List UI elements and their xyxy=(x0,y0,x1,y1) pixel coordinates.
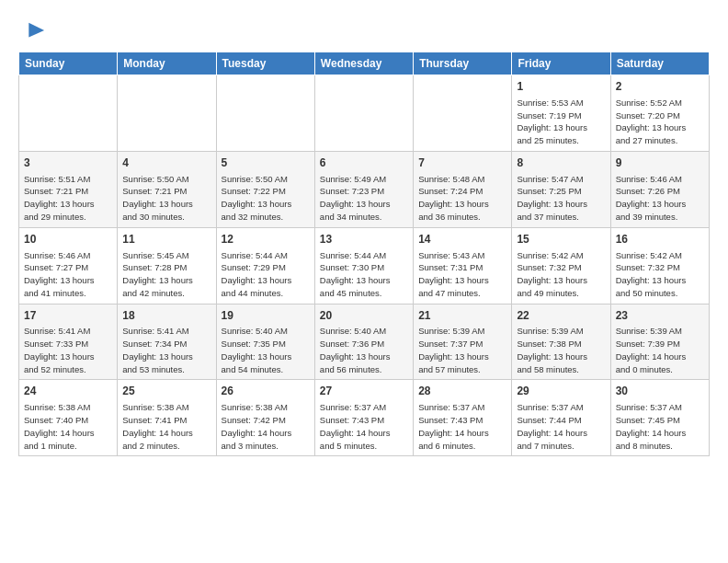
calendar-day-cell: 27Sunrise: 5:37 AM Sunset: 7:43 PM Dayli… xyxy=(314,380,413,456)
calendar-day-cell: 10Sunrise: 5:46 AM Sunset: 7:27 PM Dayli… xyxy=(19,227,118,304)
day-info: Sunrise: 5:37 AM Sunset: 7:43 PM Dayligh… xyxy=(418,401,506,452)
calendar-day-cell: 1Sunrise: 5:53 AM Sunset: 7:19 PM Daylig… xyxy=(512,75,610,152)
day-of-week-header: Thursday xyxy=(414,52,512,75)
calendar-day-cell: 4Sunrise: 5:50 AM Sunset: 7:21 PM Daylig… xyxy=(118,151,216,227)
day-number: 19 xyxy=(222,308,310,324)
day-number: 7 xyxy=(418,155,506,171)
calendar-day-cell: 6Sunrise: 5:49 AM Sunset: 7:23 PM Daylig… xyxy=(314,151,413,227)
day-number: 29 xyxy=(517,384,605,399)
calendar-day-cell: 23Sunrise: 5:39 AM Sunset: 7:39 PM Dayli… xyxy=(610,304,709,380)
calendar-day-cell: 8Sunrise: 5:47 AM Sunset: 7:25 PM Daylig… xyxy=(512,151,610,227)
calendar-day-cell xyxy=(414,75,512,152)
day-number: 30 xyxy=(616,384,704,399)
day-info: Sunrise: 5:44 AM Sunset: 7:30 PM Dayligh… xyxy=(320,249,408,300)
calendar-day-cell: 25Sunrise: 5:38 AM Sunset: 7:41 PM Dayli… xyxy=(118,380,216,456)
day-info: Sunrise: 5:44 AM Sunset: 7:29 PM Dayligh… xyxy=(222,249,310,300)
page-header xyxy=(18,15,710,44)
day-info: Sunrise: 5:40 AM Sunset: 7:36 PM Dayligh… xyxy=(320,325,408,375)
day-info: Sunrise: 5:38 AM Sunset: 7:41 PM Dayligh… xyxy=(122,401,210,452)
day-number: 2 xyxy=(616,79,704,95)
calendar-day-cell: 3Sunrise: 5:51 AM Sunset: 7:21 PM Daylig… xyxy=(19,151,118,227)
day-of-week-header: Wednesday xyxy=(314,52,413,75)
day-info: Sunrise: 5:52 AM Sunset: 7:20 PM Dayligh… xyxy=(616,97,704,147)
day-number: 10 xyxy=(24,232,112,247)
day-info: Sunrise: 5:46 AM Sunset: 7:27 PM Dayligh… xyxy=(24,249,112,300)
day-number: 23 xyxy=(616,308,704,324)
day-number: 3 xyxy=(24,155,112,171)
day-info: Sunrise: 5:37 AM Sunset: 7:44 PM Dayligh… xyxy=(517,401,605,452)
calendar-day-cell: 13Sunrise: 5:44 AM Sunset: 7:30 PM Dayli… xyxy=(314,227,413,304)
calendar-header: SundayMondayTuesdayWednesdayThursdayFrid… xyxy=(19,52,710,75)
day-number: 6 xyxy=(320,155,408,171)
calendar-day-cell: 22Sunrise: 5:39 AM Sunset: 7:38 PM Dayli… xyxy=(512,304,610,380)
day-info: Sunrise: 5:53 AM Sunset: 7:19 PM Dayligh… xyxy=(517,97,605,147)
day-number: 26 xyxy=(222,384,310,399)
day-of-week-header: Friday xyxy=(512,52,610,75)
day-number: 8 xyxy=(517,155,605,171)
day-info: Sunrise: 5:41 AM Sunset: 7:33 PM Dayligh… xyxy=(24,325,112,375)
calendar-day-cell: 16Sunrise: 5:42 AM Sunset: 7:32 PM Dayli… xyxy=(610,227,709,304)
calendar: SundayMondayTuesdayWednesdayThursdayFrid… xyxy=(18,52,710,456)
day-info: Sunrise: 5:46 AM Sunset: 7:26 PM Dayligh… xyxy=(616,173,704,224)
day-number: 27 xyxy=(320,384,408,399)
calendar-day-cell xyxy=(216,75,314,152)
calendar-day-cell: 11Sunrise: 5:45 AM Sunset: 7:28 PM Dayli… xyxy=(118,227,216,304)
calendar-day-cell: 26Sunrise: 5:38 AM Sunset: 7:42 PM Dayli… xyxy=(216,380,314,456)
day-number: 9 xyxy=(616,155,704,171)
calendar-day-cell: 28Sunrise: 5:37 AM Sunset: 7:43 PM Dayli… xyxy=(414,380,512,456)
calendar-day-cell: 7Sunrise: 5:48 AM Sunset: 7:24 PM Daylig… xyxy=(414,151,512,227)
calendar-week-row: 24Sunrise: 5:38 AM Sunset: 7:40 PM Dayli… xyxy=(19,380,710,456)
calendar-day-cell: 30Sunrise: 5:37 AM Sunset: 7:45 PM Dayli… xyxy=(610,380,709,456)
day-number: 25 xyxy=(122,384,210,399)
day-info: Sunrise: 5:41 AM Sunset: 7:34 PM Dayligh… xyxy=(122,325,210,375)
day-info: Sunrise: 5:37 AM Sunset: 7:43 PM Dayligh… xyxy=(320,401,408,452)
day-number: 15 xyxy=(517,232,605,247)
calendar-day-cell: 17Sunrise: 5:41 AM Sunset: 7:33 PM Dayli… xyxy=(19,304,118,380)
day-info: Sunrise: 5:39 AM Sunset: 7:38 PM Dayligh… xyxy=(517,325,605,375)
day-number: 17 xyxy=(24,308,112,324)
calendar-day-cell: 21Sunrise: 5:39 AM Sunset: 7:37 PM Dayli… xyxy=(414,304,512,380)
day-info: Sunrise: 5:50 AM Sunset: 7:21 PM Dayligh… xyxy=(122,173,210,224)
svg-marker-0 xyxy=(28,23,44,38)
day-number: 13 xyxy=(320,232,408,247)
day-number: 21 xyxy=(418,308,506,324)
day-info: Sunrise: 5:40 AM Sunset: 7:35 PM Dayligh… xyxy=(222,325,310,375)
calendar-day-cell: 24Sunrise: 5:38 AM Sunset: 7:40 PM Dayli… xyxy=(19,380,118,456)
day-of-week-header: Sunday xyxy=(19,52,118,75)
day-number: 1 xyxy=(517,79,605,95)
calendar-day-cell xyxy=(19,75,118,152)
day-number: 20 xyxy=(320,308,408,324)
day-info: Sunrise: 5:45 AM Sunset: 7:28 PM Dayligh… xyxy=(122,249,210,300)
day-info: Sunrise: 5:48 AM Sunset: 7:24 PM Dayligh… xyxy=(418,173,506,224)
day-number: 24 xyxy=(24,384,112,399)
logo xyxy=(18,18,46,44)
day-info: Sunrise: 5:42 AM Sunset: 7:32 PM Dayligh… xyxy=(616,249,704,300)
calendar-day-cell: 29Sunrise: 5:37 AM Sunset: 7:44 PM Dayli… xyxy=(512,380,610,456)
calendar-day-cell: 15Sunrise: 5:42 AM Sunset: 7:32 PM Dayli… xyxy=(512,227,610,304)
calendar-day-cell: 20Sunrise: 5:40 AM Sunset: 7:36 PM Dayli… xyxy=(314,304,413,380)
day-number: 22 xyxy=(517,308,605,324)
day-number: 12 xyxy=(222,232,310,247)
calendar-day-cell xyxy=(314,75,413,152)
day-number: 16 xyxy=(616,232,704,247)
day-of-week-header: Tuesday xyxy=(216,52,314,75)
calendar-week-row: 17Sunrise: 5:41 AM Sunset: 7:33 PM Dayli… xyxy=(19,304,710,380)
calendar-day-cell xyxy=(118,75,216,152)
day-info: Sunrise: 5:39 AM Sunset: 7:39 PM Dayligh… xyxy=(616,325,704,375)
day-info: Sunrise: 5:49 AM Sunset: 7:23 PM Dayligh… xyxy=(320,173,408,224)
calendar-day-cell: 2Sunrise: 5:52 AM Sunset: 7:20 PM Daylig… xyxy=(610,75,709,152)
day-info: Sunrise: 5:38 AM Sunset: 7:42 PM Dayligh… xyxy=(222,401,310,452)
day-info: Sunrise: 5:42 AM Sunset: 7:32 PM Dayligh… xyxy=(517,249,605,300)
calendar-week-row: 1Sunrise: 5:53 AM Sunset: 7:19 PM Daylig… xyxy=(19,75,710,152)
day-of-week-header: Saturday xyxy=(610,52,709,75)
day-info: Sunrise: 5:38 AM Sunset: 7:40 PM Dayligh… xyxy=(24,401,112,452)
day-of-week-header: Monday xyxy=(118,52,216,75)
calendar-week-row: 10Sunrise: 5:46 AM Sunset: 7:27 PM Dayli… xyxy=(19,227,710,304)
day-number: 28 xyxy=(418,384,506,399)
day-info: Sunrise: 5:37 AM Sunset: 7:45 PM Dayligh… xyxy=(616,401,704,452)
calendar-day-cell: 5Sunrise: 5:50 AM Sunset: 7:22 PM Daylig… xyxy=(216,151,314,227)
day-number: 4 xyxy=(122,155,210,171)
calendar-week-row: 3Sunrise: 5:51 AM Sunset: 7:21 PM Daylig… xyxy=(19,151,710,227)
header-row: SundayMondayTuesdayWednesdayThursdayFrid… xyxy=(19,52,710,75)
day-info: Sunrise: 5:47 AM Sunset: 7:25 PM Dayligh… xyxy=(517,173,605,224)
